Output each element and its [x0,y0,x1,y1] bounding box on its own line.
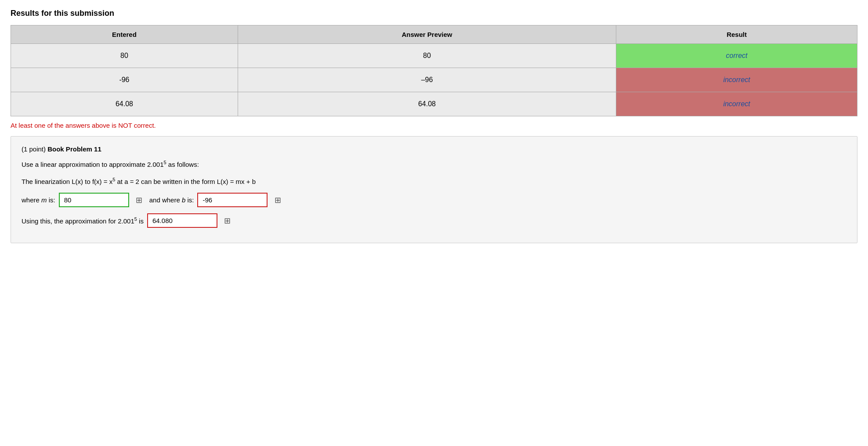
b-input[interactable] [197,193,268,207]
warning-text: At least one of the answers above is NOT… [11,122,857,129]
approximation-input[interactable] [147,213,217,228]
m-input-row: where m is: ⊞ and where b is: ⊞ [22,193,846,207]
cell-preview-1: –96 [238,68,616,92]
problem-name: Book Problem 11 [47,145,101,153]
m-input[interactable] [59,193,129,207]
results-table: Entered Answer Preview Result 8080correc… [11,25,857,116]
cell-result-0: correct [616,44,857,68]
cell-preview-0: 80 [238,44,616,68]
col-header-result: Result [616,25,857,44]
approximation-grid-icon[interactable]: ⊞ [221,214,234,227]
problem-header: (1 point) Book Problem 11 [22,145,846,153]
table-row: 8080correct [11,44,857,68]
cell-result-2: incorrect [616,92,857,116]
and-where-b-label: and where b is: [149,196,194,204]
cell-entered-0: 80 [11,44,238,68]
table-row: -96–96incorrect [11,68,857,92]
linearization-line: The linearization L(x) to f(x) = x5 at a… [22,176,846,187]
table-row: 64.0864.08incorrect [11,92,857,116]
problem-box: (1 point) Book Problem 11 Use a linear a… [11,136,857,243]
b-grid-icon[interactable]: ⊞ [271,194,284,207]
cell-result-1: incorrect [616,68,857,92]
approximation-row: Using this, the approximation for 2.0015… [22,213,846,228]
approximation-label: Using this, the approximation for 2.0015… [22,216,144,225]
problem-points: (1 point) [22,145,46,153]
m-grid-icon[interactable]: ⊞ [133,194,146,207]
cell-entered-1: -96 [11,68,238,92]
col-header-preview: Answer Preview [238,25,616,44]
cell-preview-2: 64.08 [238,92,616,116]
cell-entered-2: 64.08 [11,92,238,116]
page-title: Results for this submission [11,9,857,18]
col-header-entered: Entered [11,25,238,44]
where-m-label: where m is: [22,196,55,204]
problem-description: Use a linear approximation to approximat… [22,159,846,170]
